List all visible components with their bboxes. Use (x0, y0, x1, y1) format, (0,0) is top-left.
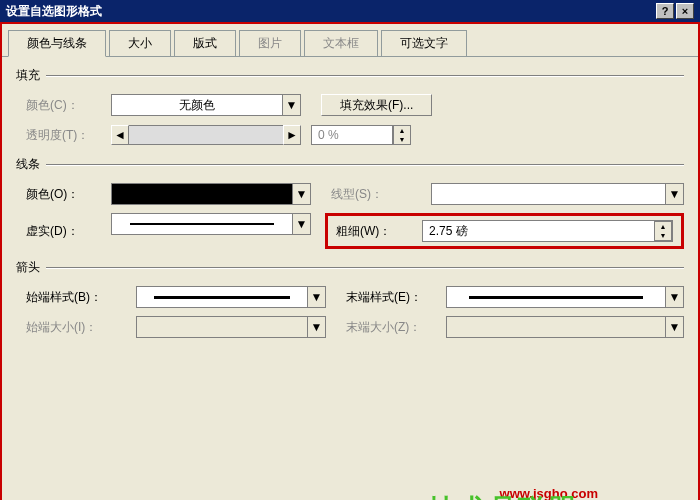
end-size-label: 末端大小(Z)： (346, 319, 446, 336)
divider (46, 75, 684, 77)
slider-right-icon[interactable]: ► (283, 125, 301, 145)
close-button[interactable]: × (676, 3, 694, 19)
end-style-label: 末端样式(E)： (346, 289, 446, 306)
tab-panel: 填充 颜色(C)： 无颜色 ▼ 填充效果(F)... 透明度(T)： ◄ ► (2, 57, 698, 500)
line-dash-dropdown[interactable]: ▼ (111, 213, 311, 235)
transparency-label: 透明度(T)： (26, 127, 111, 144)
highlight-selected-tab-area: 颜色与线条 大小 版式 图片 文本框 可选文字 填充 颜色(C)： 无颜色 ▼ … (0, 22, 700, 500)
tab-layout[interactable]: 版式 (174, 30, 236, 56)
divider (46, 164, 684, 166)
spinner-down-icon[interactable]: ▼ (394, 135, 410, 144)
titlebar: 设置自选图形格式 ? × (0, 0, 700, 22)
chevron-down-icon: ▼ (307, 287, 325, 307)
line-style-label: 线型(S)： (331, 186, 431, 203)
slider-track[interactable] (129, 125, 283, 145)
line-weight-input[interactable] (423, 224, 654, 238)
watermark-brand: 技朮员联盟 (428, 491, 578, 500)
begin-style-preview (137, 291, 307, 303)
help-button[interactable]: ? (656, 3, 674, 19)
spinner-buttons[interactable]: ▲ ▼ (654, 221, 672, 241)
chevron-down-icon: ▼ (282, 95, 300, 115)
fill-color-dropdown[interactable]: 无颜色 ▼ (111, 94, 301, 116)
line-group-label: 线条 (16, 156, 40, 173)
begin-size-dropdown: ▼ (136, 316, 326, 338)
spinner-up-icon[interactable]: ▲ (394, 126, 410, 135)
chevron-down-icon: ▼ (665, 287, 683, 307)
chevron-down-icon: ▼ (665, 317, 683, 337)
chevron-down-icon: ▼ (292, 214, 310, 234)
end-size-dropdown: ▼ (446, 316, 684, 338)
fill-color-value: 无颜色 (112, 97, 282, 114)
arrow-group: 箭头 始端样式(B)： ▼ 末端样式(E)： ▼ 始端大小(I)： (16, 259, 684, 338)
line-color-dropdown[interactable]: ▼ (111, 183, 311, 205)
window-controls: ? × (656, 3, 694, 19)
fill-color-label: 颜色(C)： (26, 97, 111, 114)
arrow-group-label: 箭头 (16, 259, 40, 276)
begin-style-label: 始端样式(B)： (26, 289, 136, 306)
dialog-window: 设置自选图形格式 ? × 颜色与线条 大小 版式 图片 文本框 可选文字 填充 … (0, 0, 700, 500)
tab-strip: 颜色与线条 大小 版式 图片 文本框 可选文字 (2, 24, 698, 57)
tab-alttext[interactable]: 可选文字 (381, 30, 467, 56)
spinner-up-icon[interactable]: ▲ (655, 222, 671, 231)
highlight-weight-field: 粗细(W)： ▲ ▼ (325, 213, 684, 249)
line-weight-spinner[interactable]: ▲ ▼ (422, 220, 673, 242)
transparency-spinner[interactable]: 0 % ▲ ▼ (311, 125, 411, 145)
line-group: 线条 颜色(O)： ▼ 线型(S)： ▼ 虚实(D)： (16, 156, 684, 249)
line-dash-label: 虚实(D)： (26, 213, 111, 249)
chevron-down-icon: ▼ (665, 184, 683, 204)
tab-size[interactable]: 大小 (109, 30, 171, 56)
chevron-down-icon: ▼ (307, 317, 325, 337)
begin-size-label: 始端大小(I)： (26, 319, 136, 336)
fill-effect-button[interactable]: 填充效果(F)... (321, 94, 432, 116)
fill-group: 填充 颜色(C)： 无颜色 ▼ 填充效果(F)... 透明度(T)： ◄ ► (16, 67, 684, 146)
window-title: 设置自选图形格式 (6, 3, 102, 20)
slider-left-icon[interactable]: ◄ (111, 125, 129, 145)
line-color-label: 颜色(O)： (26, 186, 111, 203)
transparency-value: 0 % (311, 125, 393, 145)
tab-textbox[interactable]: 文本框 (304, 30, 378, 56)
fill-group-label: 填充 (16, 67, 40, 84)
end-style-preview (447, 291, 665, 303)
begin-style-dropdown[interactable]: ▼ (136, 286, 326, 308)
tab-color-line[interactable]: 颜色与线条 (8, 30, 106, 57)
end-style-dropdown[interactable]: ▼ (446, 286, 684, 308)
line-dash-preview (112, 218, 292, 230)
transparency-slider[interactable]: ◄ ► (111, 125, 301, 145)
tab-picture[interactable]: 图片 (239, 30, 301, 56)
spinner-buttons[interactable]: ▲ ▼ (393, 125, 411, 145)
divider (46, 267, 684, 269)
line-style-dropdown[interactable]: ▼ (431, 183, 684, 205)
spinner-down-icon[interactable]: ▼ (655, 231, 671, 240)
chevron-down-icon: ▼ (292, 184, 310, 204)
line-weight-label: 粗细(W)： (336, 223, 422, 240)
